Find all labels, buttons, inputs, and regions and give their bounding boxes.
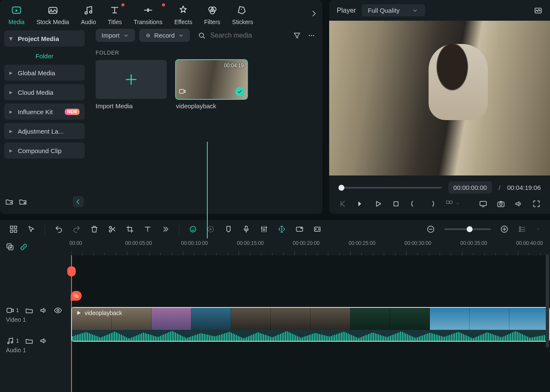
filter-icon[interactable] <box>293 31 301 40</box>
render-icon[interactable] <box>206 225 215 233</box>
update-dot-icon <box>162 3 165 6</box>
layout-button[interactable] <box>445 200 460 208</box>
video-type-icon <box>179 88 186 96</box>
sidebar-influence-kit[interactable]: ▸Influence KitNEW <box>4 104 85 120</box>
auto-cut-icon[interactable] <box>278 225 286 233</box>
ruler-label: 00:00 <box>69 240 82 246</box>
media-content: Import Record FOLDER <box>89 25 322 214</box>
track-mute-icon[interactable] <box>39 306 48 315</box>
marker-icon[interactable] <box>224 225 233 233</box>
tabs-overflow-button[interactable] <box>310 9 318 18</box>
voiceover-icon[interactable] <box>242 225 250 233</box>
sidebar-folder-label[interactable]: Folder <box>4 50 85 61</box>
tab-titles[interactable]: Titles <box>108 3 122 25</box>
volume-button[interactable] <box>514 200 523 208</box>
video-track-label: Video 1 <box>6 316 65 323</box>
zoom-in-button[interactable] <box>500 225 509 233</box>
svg-point-30 <box>190 226 195 232</box>
track-lock-icon[interactable] <box>25 337 33 345</box>
crop-button[interactable] <box>126 225 134 233</box>
svg-point-10 <box>147 35 148 36</box>
search-media-input[interactable] <box>210 32 289 39</box>
chevron-right-icon: ▸ <box>9 88 14 96</box>
timeline-vscrollbar[interactable] <box>546 255 549 348</box>
keyframe-icon[interactable] <box>295 225 304 233</box>
ruler-label: 00:00:10:00 <box>181 240 208 246</box>
delete-folder-icon[interactable] <box>19 197 27 206</box>
add-track-icon[interactable] <box>6 243 14 251</box>
track-lock-icon[interactable] <box>25 306 33 315</box>
delete-button[interactable] <box>90 225 99 233</box>
snapshot-button[interactable] <box>497 200 505 208</box>
more-icon[interactable] <box>307 31 316 40</box>
split-button[interactable] <box>108 225 116 233</box>
prev-frame-button[interactable] <box>338 200 347 208</box>
video-track-icon[interactable] <box>6 306 14 315</box>
track-view-chevron-icon[interactable] <box>536 227 541 232</box>
zoom-slider-thumb[interactable] <box>467 226 473 232</box>
record-button[interactable]: Record <box>139 29 190 42</box>
import-button[interactable]: Import <box>96 29 135 42</box>
mark-in-button[interactable] <box>410 200 418 208</box>
video-clip[interactable]: videoplayback <box>71 307 550 342</box>
stop-button[interactable] <box>392 200 400 208</box>
import-media-slot[interactable] <box>96 60 167 99</box>
audio-track-label: Audio 1 <box>6 347 65 354</box>
timeline-tracks[interactable]: % videoplayback <box>71 255 550 392</box>
chevron-right-icon: ▸ <box>9 108 14 115</box>
fit-icon[interactable] <box>313 225 322 233</box>
text-button[interactable] <box>143 225 152 233</box>
svg-point-31 <box>192 228 192 229</box>
svg-rect-20 <box>450 201 452 203</box>
clip-duration: 00:04:19 <box>224 63 244 69</box>
scope-icon[interactable] <box>534 6 542 15</box>
player-quality-select[interactable]: Full Quality <box>362 4 425 16</box>
timeline-ruler[interactable]: 00:0000:00:05:0000:00:10:0000:00:15:0000… <box>71 238 550 255</box>
link-toggle-icon[interactable] <box>19 243 28 251</box>
mark-out-button[interactable] <box>427 200 436 208</box>
svg-rect-41 <box>519 229 520 230</box>
player-preview[interactable] <box>329 21 550 175</box>
filters-icon <box>206 3 219 17</box>
collapse-sidebar-button[interactable] <box>73 196 84 207</box>
track-mute-icon[interactable] <box>39 337 48 345</box>
scrub-thumb[interactable] <box>338 185 344 191</box>
cursor-tool-icon[interactable] <box>27 225 36 233</box>
fullscreen-button[interactable] <box>532 200 541 208</box>
tab-filters[interactable]: Filters <box>204 3 220 25</box>
tab-media[interactable]: Media <box>8 3 25 25</box>
layout-grid-icon[interactable] <box>9 225 18 233</box>
main-tabs: Media Stock Media Audio Titles <box>0 0 322 25</box>
sidebar-global-media[interactable]: ▸Global Media <box>4 65 85 81</box>
tab-stickers[interactable]: Stickers <box>232 3 253 25</box>
zoom-slider[interactable] <box>444 228 491 230</box>
sidebar-project-media[interactable]: ▾ Project Media <box>4 30 85 47</box>
audio-track-icon[interactable] <box>6 337 14 345</box>
step-back-button[interactable] <box>356 200 365 208</box>
tab-stock-media[interactable]: Stock Media <box>36 3 69 25</box>
tab-transitions[interactable]: Transitions <box>134 3 162 25</box>
tab-effects[interactable]: Effects <box>174 3 192 25</box>
transitions-icon <box>141 3 155 17</box>
media-clip-thumbnail[interactable]: 00:04:19 <box>176 60 247 99</box>
sidebar-compound-clip[interactable]: ▸Compound Clip <box>4 143 85 159</box>
ai-tool-icon[interactable] <box>189 225 197 233</box>
preview-monitor-button[interactable] <box>479 200 487 208</box>
track-view-icon[interactable] <box>518 225 526 233</box>
player-scrubber[interactable] <box>338 187 442 189</box>
undo-button[interactable] <box>55 225 63 233</box>
player-title: Player <box>337 7 356 14</box>
playhead-handle[interactable] <box>67 266 76 277</box>
sidebar-adjustment-layer[interactable]: ▸Adjustment La... <box>4 123 85 139</box>
sidebar-cloud-media[interactable]: ▸Cloud Media <box>4 84 85 100</box>
tab-audio[interactable]: Audio <box>81 3 96 25</box>
audio-mixer-icon[interactable] <box>260 225 268 233</box>
play-button[interactable] <box>374 200 382 208</box>
media-sidebar: ▾ Project Media Folder ▸Global Media ▸Cl… <box>0 25 89 214</box>
track-visible-icon[interactable] <box>54 306 62 315</box>
more-tools-icon[interactable] <box>161 225 170 233</box>
chevron-right-icon: ▸ <box>9 69 14 77</box>
redo-button[interactable] <box>72 225 81 233</box>
zoom-out-button[interactable] <box>426 225 435 233</box>
new-folder-icon[interactable] <box>5 197 14 206</box>
